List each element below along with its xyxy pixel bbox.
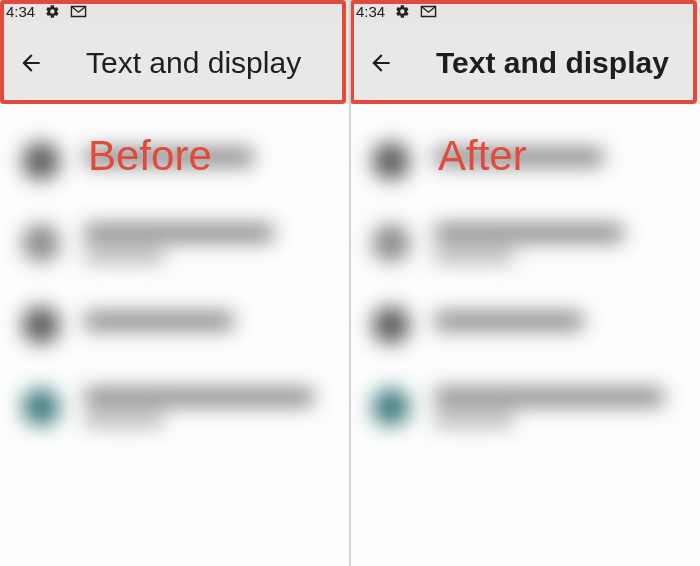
page-title: Text and display [436,46,669,80]
gear-icon [45,4,60,19]
gmail-icon [70,5,87,18]
app-bar: Text and display [0,22,350,104]
list-item [0,284,350,366]
before-caption: Before [88,132,212,180]
list-item [350,202,700,284]
list-item [350,366,700,448]
app-bar: Text and display [350,22,700,104]
after-panel: 4:34 Text and display After [350,0,700,566]
gmail-icon [420,5,437,18]
back-arrow-icon [18,50,44,76]
settings-list-blurred [0,120,350,566]
page-title: Text and display [86,46,301,80]
back-button[interactable] [364,46,398,80]
status-clock: 4:34 [6,3,35,20]
after-caption: After [438,132,527,180]
settings-list-blurred [350,120,700,566]
before-panel: 4:34 Text and display Before [0,0,350,566]
list-item [350,284,700,366]
status-bar: 4:34 [0,0,350,22]
list-item [0,202,350,284]
status-bar: 4:34 [350,0,700,22]
status-clock: 4:34 [356,3,385,20]
comparison-stage: 4:34 Text and display Before 4:34 [0,0,700,566]
panel-divider [349,0,351,566]
list-item [0,366,350,448]
back-button[interactable] [14,46,48,80]
gear-icon [395,4,410,19]
back-arrow-icon [368,50,394,76]
